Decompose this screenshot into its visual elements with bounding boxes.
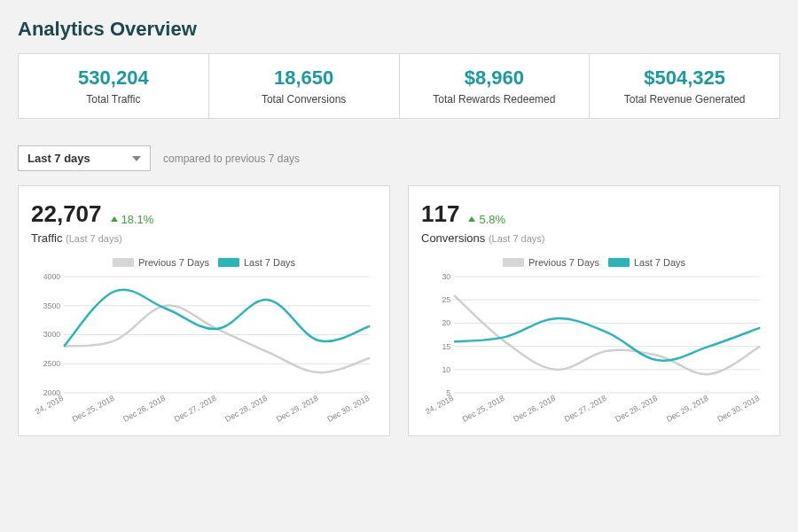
chart-sub: Conversions (Last 7 days) <box>421 231 767 245</box>
legend-last-label: Last 7 Days <box>244 257 295 268</box>
chart-delta-text: 5.8% <box>479 213 505 226</box>
svg-text:3500: 3500 <box>43 301 61 310</box>
chart-paren: (Last 7 days) <box>66 233 122 244</box>
date-range-value: Last 7 days <box>27 152 90 165</box>
stat-label: Total Revenue Generated <box>595 93 774 106</box>
svg-text:Dec 30, 2018: Dec 30, 2018 <box>325 394 371 424</box>
legend-prev: Previous 7 Days <box>113 257 209 268</box>
chart-plot-traffic: 2000250030003500400024, 2018Dec 25, 2018… <box>31 271 377 426</box>
compared-text: compared to previous 7 days <box>163 153 300 165</box>
svg-text:Dec 26, 2018: Dec 26, 2018 <box>512 394 557 424</box>
chevron-down-icon <box>132 156 141 161</box>
stat-label: Total Traffic <box>24 93 203 106</box>
stat-value: 18,650 <box>215 66 394 90</box>
chart-card-traffic: 22,707 18.1% Traffic (Last 7 days) Previ… <box>18 185 390 436</box>
legend-prev-label: Previous 7 Days <box>528 257 599 268</box>
svg-text:Dec 28, 2018: Dec 28, 2018 <box>614 394 659 424</box>
chart-sub: Traffic (Last 7 days) <box>31 231 377 245</box>
svg-text:Dec 27, 2018: Dec 27, 2018 <box>173 394 218 424</box>
stat-value: $8,960 <box>405 66 584 90</box>
svg-text:24, 2018: 24, 2018 <box>424 394 455 416</box>
chart-value: 117 <box>421 200 459 228</box>
chart-legend: Previous 7 Days Last 7 Days <box>31 257 377 268</box>
swatch-prev-icon <box>503 258 524 267</box>
chart-legend: Previous 7 Days Last 7 Days <box>421 257 767 268</box>
chart-header: 117 5.8% <box>421 200 767 228</box>
svg-text:30: 30 <box>442 272 450 281</box>
swatch-prev-icon <box>113 258 134 267</box>
legend-last-label: Last 7 Days <box>634 257 685 268</box>
date-range-select[interactable]: Last 7 days <box>18 145 151 171</box>
stats-row: 530,204 Total Traffic 18,650 Total Conve… <box>18 53 780 119</box>
chart-paren: (Last 7 days) <box>489 233 545 244</box>
svg-text:3000: 3000 <box>43 330 61 339</box>
svg-text:4000: 4000 <box>43 272 61 281</box>
svg-text:25: 25 <box>442 295 450 304</box>
svg-text:Dec 26, 2018: Dec 26, 2018 <box>121 394 167 424</box>
stat-label: Total Rewards Redeemed <box>405 93 584 106</box>
stat-total-rewards: $8,960 Total Rewards Redeemed <box>400 54 591 118</box>
arrow-up-icon <box>111 216 118 222</box>
swatch-last-icon <box>608 258 630 267</box>
svg-text:Dec 27, 2018: Dec 27, 2018 <box>563 394 608 424</box>
range-row: Last 7 days compared to previous 7 days <box>18 145 780 171</box>
svg-text:Dec 25, 2018: Dec 25, 2018 <box>71 394 116 424</box>
svg-text:Dec 29, 2018: Dec 29, 2018 <box>665 394 710 424</box>
legend-last: Last 7 Days <box>218 257 295 268</box>
stat-total-conversions: 18,650 Total Conversions <box>209 54 400 118</box>
svg-text:15: 15 <box>442 341 450 350</box>
swatch-last-icon <box>218 258 239 267</box>
chart-delta-text: 18.1% <box>121 213 154 226</box>
svg-text:Dec 25, 2018: Dec 25, 2018 <box>461 394 506 424</box>
stat-total-traffic: 530,204 Total Traffic <box>19 54 209 118</box>
chart-delta: 5.8% <box>468 213 505 226</box>
chart-plot-conversions: 5101520253024, 2018Dec 25, 2018Dec 26, 2… <box>421 271 767 426</box>
chart-value: 22,707 <box>31 200 102 228</box>
svg-text:Dec 29, 2018: Dec 29, 2018 <box>275 394 320 424</box>
arrow-up-icon <box>468 216 475 222</box>
charts-row: 22,707 18.1% Traffic (Last 7 days) Previ… <box>18 185 780 436</box>
legend-prev: Previous 7 Days <box>503 257 599 268</box>
legend-last: Last 7 Days <box>608 257 685 268</box>
svg-text:20: 20 <box>442 318 450 327</box>
stat-label: Total Conversions <box>215 93 394 106</box>
svg-text:Dec 28, 2018: Dec 28, 2018 <box>223 394 269 424</box>
svg-text:10: 10 <box>442 365 450 374</box>
page-title: Analytics Overview <box>18 18 780 41</box>
chart-card-conversions: 117 5.8% Conversions (Last 7 days) Previ… <box>408 185 780 436</box>
legend-prev-label: Previous 7 Days <box>138 257 209 268</box>
chart-label: Traffic <box>31 231 62 245</box>
chart-label: Conversions <box>421 231 485 245</box>
stat-total-revenue: $504,325 Total Revenue Generated <box>590 54 779 118</box>
svg-text:2500: 2500 <box>43 359 61 368</box>
stat-value: $504,325 <box>595 66 774 90</box>
chart-header: 22,707 18.1% <box>31 200 377 228</box>
chart-delta: 18.1% <box>111 213 154 226</box>
svg-text:Dec 30, 2018: Dec 30, 2018 <box>716 394 761 424</box>
stat-value: 530,204 <box>24 66 203 90</box>
